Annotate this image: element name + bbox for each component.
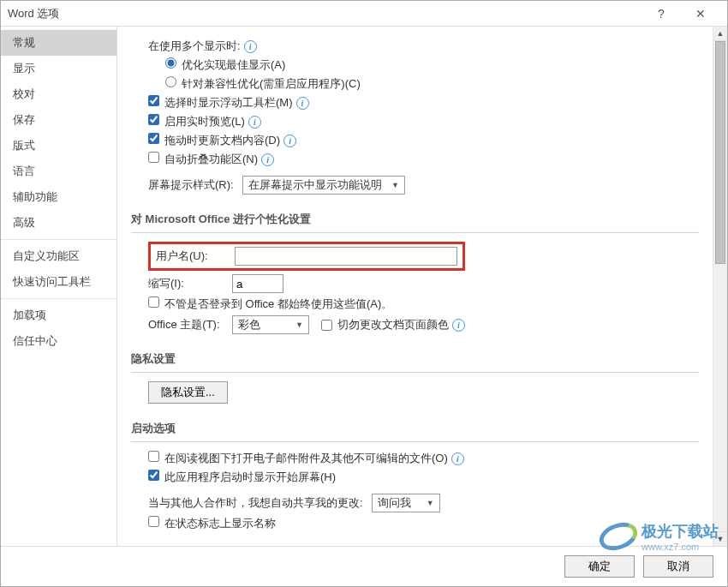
checkbox-reading-view[interactable]: 在阅读视图下打开电子邮件附件及其他不可编辑的文件(O) (148, 451, 448, 466)
info-icon[interactable]: i (452, 319, 465, 332)
section-startup: 启动选项 (131, 416, 699, 442)
checkbox-drag-update[interactable]: 拖动时更新文档内容(D) (148, 133, 280, 148)
scroll-up-button[interactable]: ▲ (713, 27, 727, 41)
multi-display-label: 在使用多个显示时: (148, 39, 241, 54)
titlebar: Word 选项 ? ✕ (1, 1, 727, 27)
collab-label: 当与其他人合作时，我想自动共享我的更改: (148, 495, 363, 511)
info-icon[interactable]: i (283, 135, 296, 147)
screentip-label: 屏幕提示样式(R): (148, 177, 242, 193)
privacy-settings-button[interactable]: 隐私设置... (148, 381, 228, 404)
vertical-scrollbar[interactable]: ▲ ▼ (713, 27, 727, 546)
info-icon[interactable]: i (451, 452, 464, 465)
checkbox-start-screen[interactable]: 此应用程序启动时显示开始屏幕(H) (148, 470, 336, 485)
radio-compat-display[interactable]: 针对兼容性优化(需重启应用程序)(C) (165, 76, 361, 92)
chevron-down-icon: ▼ (385, 181, 399, 189)
section-privacy: 隐私设置 (131, 346, 699, 373)
section-personalize: 对 Microsoft Office 进行个性化设置 (131, 207, 699, 233)
checkbox-live-preview[interactable]: 启用实时预览(L) (148, 114, 245, 129)
dialog-button-row: 确定 取消 (1, 546, 727, 586)
checkbox-status-name[interactable]: 在状态标志上显示名称 (148, 516, 276, 531)
sidebar-item-trust-center[interactable]: 信任中心 (1, 328, 116, 354)
dialog-title: Word 选项 (8, 6, 641, 21)
info-icon[interactable]: i (244, 40, 257, 53)
cancel-button[interactable]: 取消 (643, 555, 713, 578)
chevron-down-icon: ▼ (289, 320, 303, 329)
checkbox-auto-collapse[interactable]: 自动折叠功能区(N) (148, 152, 258, 167)
radio-optimize-display[interactable]: 优化实现最佳显示(A) (165, 57, 285, 73)
help-button[interactable]: ? (641, 1, 681, 27)
sidebar-item-advanced[interactable]: 高级 (1, 210, 116, 236)
scroll-track[interactable] (713, 41, 727, 531)
username-highlight: 用户名(U): (148, 242, 465, 271)
sidebar-item-customize-ribbon[interactable]: 自定义功能区 (1, 243, 116, 269)
content-panel: 在使用多个显示时: i 优化实现最佳显示(A) 针对兼容性优化(需重启应用程序)… (117, 27, 713, 546)
chevron-down-icon: ▼ (420, 499, 434, 507)
initials-label: 缩写(I): (148, 276, 232, 291)
username-label: 用户名(U): (156, 249, 235, 264)
close-button[interactable]: ✕ (681, 1, 720, 27)
info-icon[interactable]: i (248, 116, 261, 129)
username-input[interactable] (235, 247, 457, 266)
sidebar-item-general[interactable]: 常规 (1, 30, 116, 56)
ok-button[interactable]: 确定 (564, 555, 635, 578)
sidebar-item-display[interactable]: 显示 (1, 56, 116, 81)
theme-combobox[interactable]: 彩色 ▼ (232, 315, 309, 334)
collab-combobox[interactable]: 询问我 ▼ (372, 494, 440, 512)
checkbox-always-use[interactable]: 不管是否登录到 Office 都始终使用这些值(A)。 (148, 296, 392, 312)
theme-label: Office 主题(T): (148, 317, 232, 332)
info-icon[interactable]: i (296, 97, 309, 110)
screentip-combobox[interactable]: 在屏幕提示中显示功能说明 ▼ (242, 176, 405, 195)
sidebar-item-save[interactable]: 保存 (1, 107, 116, 133)
initials-input[interactable] (232, 274, 283, 293)
sidebar-item-language[interactable]: 语言 (1, 159, 116, 184)
sidebar-item-qat[interactable]: 快速访问工具栏 (1, 269, 116, 295)
sidebar-item-addins[interactable]: 加载项 (1, 302, 116, 328)
sidebar-item-layout[interactable]: 版式 (1, 133, 116, 159)
sidebar-item-proofing[interactable]: 校对 (1, 81, 116, 107)
sidebar-item-accessibility[interactable]: 辅助功能 (1, 184, 116, 210)
info-icon[interactable]: i (261, 153, 274, 166)
checkbox-minibar[interactable]: 选择时显示浮动工具栏(M) (148, 95, 293, 111)
checkbox-no-change-bg[interactable]: 切勿更改文档页面颜色 (321, 317, 449, 332)
sidebar: 常规 显示 校对 保存 版式 语言 辅助功能 高级 自定义功能区 快速访问工具栏… (1, 27, 117, 546)
scroll-down-button[interactable]: ▼ (713, 531, 727, 546)
scroll-thumb[interactable] (715, 41, 725, 264)
